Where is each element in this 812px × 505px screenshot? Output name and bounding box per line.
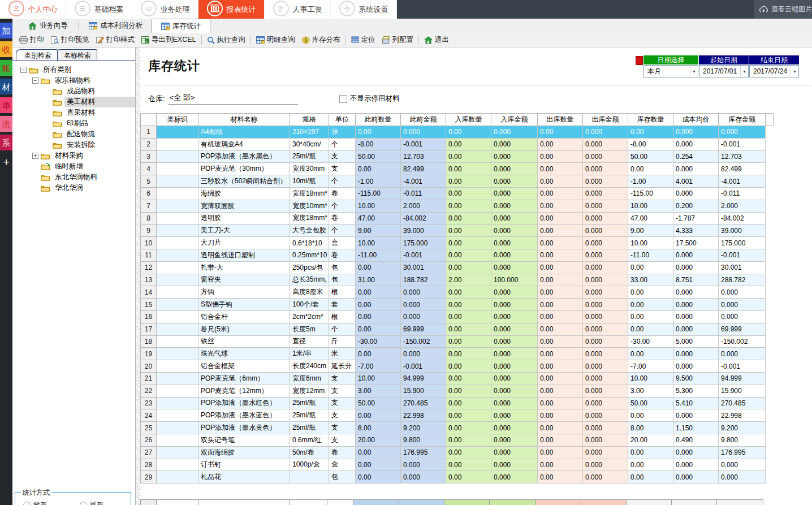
quick-strip-item-账[interactable]: 账 — [0, 60, 12, 76]
quick-strip-item-流[interactable]: 流 — [0, 116, 12, 132]
tree-item-成品物料[interactable]: 成品物料 — [12, 86, 135, 97]
table-row[interactable]: 9美工刀-大大号全包胶个9.0039.0000.000.0000.000.000… — [141, 225, 774, 237]
nav-item-基础档案[interactable]: 基础档案 — [66, 0, 132, 19]
nav-item-系统设置[interactable]: 系统设置 — [331, 0, 397, 19]
table-cell: 宽度18mm* — [290, 212, 329, 225]
tree-item-直采材料[interactable]: 直采材料 — [12, 107, 135, 118]
table-row[interactable]: 13窗帘夹总长35mm,包31.00188.7822.00100.0000.00… — [141, 274, 774, 286]
table-row[interactable]: 16铝合金杆2cm*2cm*根0.000.0000.000.0000.000.0… — [141, 310, 774, 323]
nav-item-人事工资[interactable]: 人事工资 — [265, 0, 331, 19]
column-header-入库数量[interactable]: 入库数量 — [446, 114, 491, 126]
table-row[interactable]: 22POP麦克笔（12mm）宽度12mm支3.0015.9000.000.000… — [141, 385, 774, 397]
tree-item-安装拆除[interactable]: 安装拆除 — [12, 140, 135, 150]
table-row[interactable]: 8透明胶宽度18mm*卷47.00-84.0020.000.0000.000.0… — [141, 212, 774, 225]
tab-库存统计[interactable]: 库存统计 — [152, 19, 210, 33]
tree-item-印刷品[interactable]: 印刷品 — [12, 118, 135, 129]
hide-disabled-checkbox[interactable] — [339, 95, 347, 103]
退出-button[interactable]: 退出 — [421, 34, 452, 46]
打印预览-button[interactable]: 打印预览 — [47, 34, 93, 46]
table-row[interactable]: 26双头记号笔0.6mm/红支20.009.8000.000.0000.000.… — [141, 434, 774, 446]
tree-item-美工材料[interactable]: 美工材料 — [12, 97, 135, 107]
nav-item-个人中心[interactable]: 个人中心 — [0, 0, 66, 19]
column-header-出库金额[interactable]: 出库金额 — [583, 114, 628, 126]
执行查询-button[interactable]: 执行查询 — [204, 34, 249, 46]
table-row[interactable]: 20铝合金框架长度240cm延长分-7.00-0.0010.000.0000.0… — [141, 360, 774, 373]
quick-strip-item-收[interactable]: 收 — [0, 41, 12, 57]
column-header-此前数量[interactable]: 此前数量 — [356, 114, 401, 126]
table-row[interactable]: 4POP麦克笔（30mm）宽度30mm支0.0082.4990.000.0000… — [141, 163, 774, 175]
collapse-icon[interactable]: − — [32, 77, 38, 84]
warehouse-select[interactable]: <全 部> — [169, 93, 298, 105]
quick-strip-item-系[interactable]: 系 — [0, 135, 12, 150]
tree-item-材料采购[interactable]: +材料采购 — [12, 150, 135, 161]
column-header-类标识[interactable]: 类标识 — [157, 114, 198, 126]
明细查询-button[interactable]: 明细查询 — [253, 34, 299, 46]
view-cloud-images-button[interactable]: 查看云端图片 — [754, 0, 812, 19]
tree-item-东北华润物料[interactable]: 东北华润物料 — [12, 172, 135, 183]
tree-item-临时新增[interactable]: 临时新增 — [12, 161, 135, 172]
collapse-icon[interactable]: − — [20, 67, 27, 73]
table-cell: 0.000 — [491, 422, 538, 434]
sidebar-tab-类别检索[interactable]: 类别检索 — [16, 49, 58, 61]
列配置-button[interactable]: 列配置 — [379, 34, 417, 46]
table-row[interactable]: 10大刀片0.6*18*10盒10.00175.0000.000.0000.00… — [141, 237, 774, 249]
打印样式-button[interactable]: 打印样式 — [93, 34, 138, 46]
column-header-单位[interactable]: 单位 — [329, 114, 356, 126]
table-row[interactable]: 15S型佛手钩100个/套套0.000.0000.000.0000.000.00… — [141, 299, 774, 311]
column-header-库存数量[interactable]: 库存数量 — [628, 114, 673, 126]
quick-strip-item-单[interactable]: 单 — [0, 97, 12, 113]
库存分布-button[interactable]: $库存分布 — [299, 34, 344, 46]
sidebar-splitter[interactable] — [136, 48, 140, 505]
tree-item-家乐福物料[interactable]: −家乐福物料 — [12, 75, 135, 86]
table-row[interactable]: 14方钩高度8厘米根0.000.0000.000.0000.000.0000.0… — [141, 286, 774, 299]
tree-item-label: 家乐福物料 — [53, 75, 93, 86]
quick-strip-item-材[interactable]: 材 — [0, 79, 12, 94]
expand-icon[interactable]: + — [32, 153, 38, 159]
table-row[interactable]: 1A4相纸210×297张0.000.0000.000.0000.000.000… — [141, 126, 774, 139]
table-row[interactable]: 24POP添加液（墨水蓝色）25ml/瓶支0.0022.9980.000.000… — [141, 409, 774, 422]
table-row[interactable]: 21POP麦克笔（6mm）宽度6mm支10.0094.9990.000.0000… — [141, 372, 774, 385]
column-header-库存金额[interactable]: 库存金额 — [719, 114, 766, 126]
table-row[interactable]: 18铁丝直径斤-30.00-150.0020.000.0000.000.000-… — [141, 335, 774, 348]
tree-item-所有类别[interactable]: −所有类别 — [12, 64, 135, 75]
stats-mode-option-线形[interactable]: 线形 — [80, 500, 103, 505]
table-row[interactable]: 23POP添加液（墨水红色）25ml/瓶支50.00270.4850.000.0… — [141, 397, 774, 409]
table-row[interactable]: 27双面海绵胶50m/卷卷0.00176.9950.000.0000.000.0… — [141, 446, 774, 459]
tree-item-配送物流[interactable]: 配送物流 — [12, 129, 135, 140]
table-row[interactable]: 7宽薄双面胶宽度10mm*个10.002.0000.000.0000.000.0… — [141, 200, 774, 212]
tree-item-华北华润[interactable]: 华北华润 — [12, 183, 135, 193]
打印-button[interactable]: 打印 — [16, 34, 47, 46]
start-date-select[interactable]: 2017/07/01 ▼ — [699, 65, 749, 77]
quick-strip-item-＋[interactable]: ＋ — [0, 153, 12, 169]
table-row[interactable]: 25POP添加液（墨水黄色）25ml/瓶支8.009.2000.000.0000… — [141, 422, 774, 434]
date-mode-select[interactable]: 本月 ▼ — [643, 65, 698, 77]
row-number-cell: 5 — [141, 175, 157, 188]
column-header-入库金额[interactable]: 入库金额 — [491, 114, 538, 126]
table-row[interactable]: 19珠光气球1米/串米0.000.0000.000.0000.000.0000.… — [141, 348, 774, 360]
tab-成本利润分析[interactable]: 成本利润分析 — [80, 19, 152, 33]
导出到EXCEL-button[interactable]: x导出到EXCEL — [138, 34, 200, 46]
table-row[interactable]: 3POP添加液（墨水黑色）25ml/瓶支50.0012.7030.000.000… — [141, 150, 774, 163]
table-row[interactable]: 11透明鱼线进口塑制0.25mm*10卷-11.00-0.0010.000.00… — [141, 249, 774, 261]
table-row[interactable]: 28订书钉1000p/盒盒0.000.0000.000.0000.000.000… — [141, 459, 774, 471]
row-number-cell: 25 — [141, 422, 157, 434]
column-header-出库数量[interactable]: 出库数量 — [538, 114, 583, 126]
column-header-成本均价[interactable]: 成本均价 — [673, 114, 719, 126]
column-header-此前金额[interactable]: 此前金额 — [401, 114, 446, 126]
table-row[interactable]: 6海绵胶宽度18mm*卷-115.00-0.0110.000.0000.000.… — [141, 187, 774, 200]
tab-业务向导[interactable]: 业务向导 — [19, 19, 77, 33]
end-date-select[interactable]: 2017/07/24 ▼ — [749, 65, 799, 77]
table-row[interactable]: 5三秒胶水（502瞬间粘合剂）10ml/瓶个-1.00-4.0010.000.0… — [141, 175, 774, 188]
table-row[interactable]: 17卷尺(5米)长度5m个0.0069.9990.000.0000.000.00… — [141, 323, 774, 335]
table-row[interactable]: 2有机玻璃盒A430*40cm/个-8.00-0.0010.000.0000.0… — [141, 138, 774, 150]
sidebar-tab-名称检索[interactable]: 名称检索 — [55, 49, 97, 61]
table-row[interactable]: 12扎带-大250pcs/包包0.0030.0010.000.0000.000.… — [141, 261, 774, 274]
nav-item-报表统计[interactable]: 报表统计 — [198, 0, 265, 19]
stats-mode-option-树形[interactable]: 树形 — [23, 500, 47, 505]
nav-item-业务处理[interactable]: AD业务处理 — [132, 0, 198, 19]
table-row[interactable]: 29礼品花包0.000.0000.000.0000.000.0000.000.0… — [141, 471, 774, 484]
column-header-规格[interactable]: 规格 — [290, 114, 329, 126]
定位-button[interactable]: 定位 — [348, 34, 379, 46]
quick-strip-item-加[interactable]: 加 — [0, 23, 12, 38]
column-header-材料名称[interactable]: 材料名称 — [198, 114, 290, 126]
